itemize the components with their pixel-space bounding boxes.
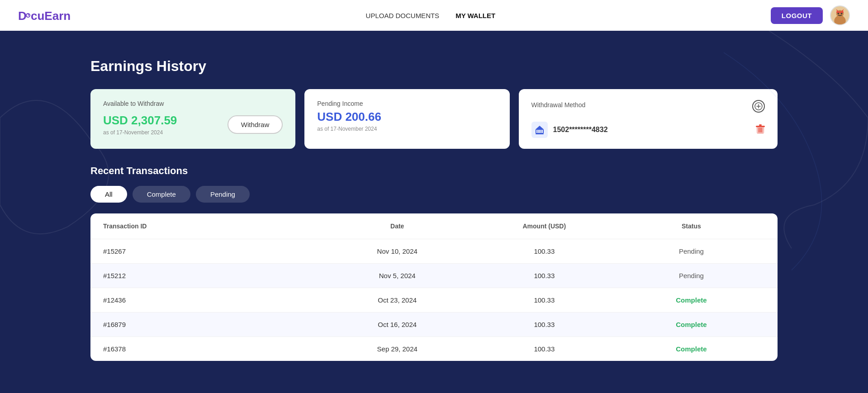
available-to-withdraw-card: Available to Withdraw USD 2,307.59 as of…: [90, 89, 295, 149]
withdrawal-method-label: Withdrawal Method: [531, 101, 586, 109]
transaction-id-cell: #16378: [103, 345, 324, 353]
table-row: #12436 Oct 23, 2024 100.33 Complete: [90, 288, 778, 313]
transaction-id-cell: #12436: [103, 296, 324, 304]
svg-rect-18: [538, 130, 539, 133]
svg-text:D: D: [18, 9, 27, 23]
main-nav: UPLOAD DOCUMENTS MY WALLET: [366, 12, 496, 19]
pending-date: as of 17-November 2024: [317, 126, 497, 132]
bank-account-number: 1502********4832: [553, 126, 750, 134]
svg-rect-10: [836, 11, 844, 13]
bank-icon: [531, 122, 548, 138]
transaction-amount-cell: 100.33: [471, 296, 618, 304]
available-label: Available to Withdraw: [103, 100, 283, 107]
available-amount: USD 2,307.59: [103, 114, 177, 128]
withdrawal-method-card: Withdrawal Method: [519, 89, 778, 149]
transaction-status-cell: Complete: [618, 321, 765, 328]
transaction-date-cell: Nov 5, 2024: [324, 272, 471, 279]
transaction-date-cell: Sep 29, 2024: [324, 345, 471, 353]
svg-text:cuEarn: cuEarn: [31, 9, 71, 23]
column-date: Date: [324, 223, 471, 230]
available-date: as of 17-November 2024: [103, 129, 177, 136]
column-transaction-id: Transaction ID: [103, 223, 324, 230]
withdraw-button[interactable]: Withdraw: [228, 115, 283, 134]
header-right: LOGOUT: [771, 5, 850, 25]
logout-button[interactable]: LOGOUT: [771, 7, 823, 24]
transaction-id-cell: #15267: [103, 247, 324, 255]
plus-icon: [754, 102, 763, 110]
filter-pending-tab[interactable]: Pending: [196, 186, 250, 203]
svg-rect-21: [542, 130, 543, 133]
pending-income-card: Pending Income USD 200.66 as of 17-Novem…: [304, 89, 509, 149]
transaction-status-cell: Pending: [618, 272, 765, 279]
table-row: #15267 Nov 10, 2024 100.33 Pending: [90, 239, 778, 264]
transaction-status-cell: Pending: [618, 247, 765, 255]
transaction-id-cell: #15212: [103, 272, 324, 279]
pending-label: Pending Income: [317, 100, 497, 107]
filter-complete-tab[interactable]: Complete: [133, 186, 190, 203]
svg-rect-25: [756, 126, 765, 127]
transaction-status-cell: Complete: [618, 345, 765, 353]
bank-info: 1502********4832: [531, 122, 765, 138]
add-withdrawal-method-button[interactable]: [752, 100, 765, 113]
transaction-id-cell: #16879: [103, 321, 324, 328]
column-amount: Amount (USD): [471, 223, 618, 230]
svg-marker-22: [536, 126, 544, 129]
filter-all-tab[interactable]: All: [90, 186, 127, 203]
delete-withdrawal-method-button[interactable]: [756, 124, 765, 136]
transaction-amount-cell: 100.33: [471, 321, 618, 328]
trash-icon: [756, 124, 765, 134]
main-content: Earnings History Available to Withdraw U…: [0, 31, 868, 379]
svg-point-3: [28, 14, 29, 16]
transaction-date-cell: Nov 10, 2024: [324, 247, 471, 255]
transactions-table: Transaction ID Date Amount (USD) Status …: [90, 213, 778, 361]
transaction-amount-cell: 100.33: [471, 272, 618, 279]
table-row: #15212 Nov 5, 2024 100.33 Pending: [90, 264, 778, 288]
avatar[interactable]: [830, 5, 850, 25]
recent-transactions-title: Recent Transactions: [90, 165, 778, 177]
transaction-date-cell: Oct 23, 2024: [324, 296, 471, 304]
table-body: #15267 Nov 10, 2024 100.33 Pending #1521…: [90, 239, 778, 361]
svg-rect-23: [536, 133, 544, 134]
avatar-image: [831, 5, 849, 25]
svg-rect-26: [759, 124, 762, 126]
transaction-amount-cell: 100.33: [471, 345, 618, 353]
logo-svg: D cuEarn: [18, 6, 90, 24]
header: D cuEarn UPLOAD DOCUMENTS MY WALLET LOGO…: [0, 0, 868, 31]
svg-rect-17: [536, 130, 537, 133]
table-header: Transaction ID Date Amount (USD) Status: [90, 213, 778, 239]
cards-row: Available to Withdraw USD 2,307.59 as of…: [90, 89, 778, 149]
svg-rect-19: [539, 130, 540, 133]
logo: D cuEarn: [18, 6, 90, 24]
nav-upload-documents[interactable]: UPLOAD DOCUMENTS: [366, 12, 440, 19]
transaction-amount-cell: 100.33: [471, 247, 618, 255]
table-row: #16879 Oct 16, 2024 100.33 Complete: [90, 313, 778, 337]
nav-my-wallet[interactable]: MY WALLET: [455, 12, 495, 19]
page-title: Earnings History: [90, 58, 778, 75]
svg-rect-20: [541, 130, 541, 133]
transaction-status-cell: Complete: [618, 296, 765, 304]
pending-amount: USD 200.66: [317, 110, 497, 124]
table-row: #16378 Sep 29, 2024 100.33 Complete: [90, 337, 778, 361]
bank-building-icon: [535, 125, 545, 135]
column-status: Status: [618, 223, 765, 230]
transaction-date-cell: Oct 16, 2024: [324, 321, 471, 328]
filter-tabs: All Complete Pending: [90, 186, 778, 203]
